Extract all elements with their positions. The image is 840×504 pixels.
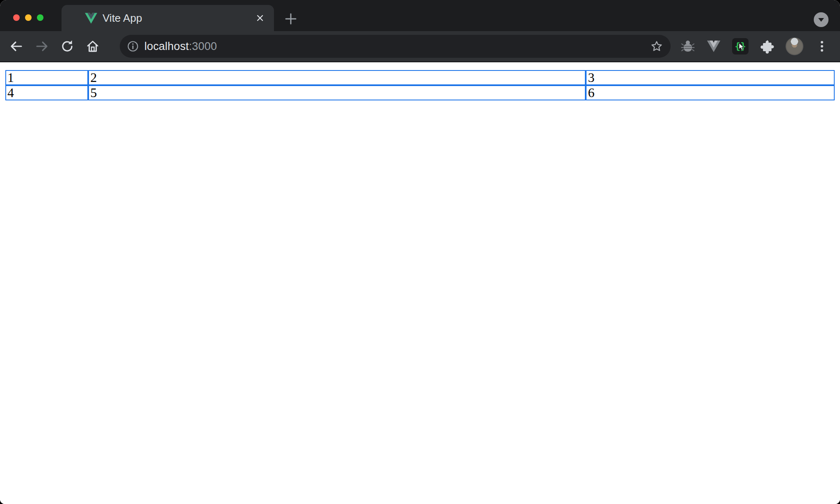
url-port: :3000 bbox=[189, 40, 217, 52]
reload-button[interactable] bbox=[57, 36, 77, 56]
site-info-icon[interactable] bbox=[127, 41, 139, 52]
home-button[interactable] bbox=[83, 36, 103, 56]
url-text: localhost:3000 bbox=[144, 40, 217, 53]
table-cell: 2 bbox=[88, 70, 586, 85]
window-controls bbox=[13, 14, 43, 21]
cursor-arrow-icon bbox=[738, 43, 745, 51]
bug-extension-icon[interactable] bbox=[680, 39, 695, 54]
tab-search-button[interactable] bbox=[814, 12, 829, 27]
address-bar[interactable]: localhost:3000 bbox=[120, 35, 671, 58]
table-row: 1 2 3 bbox=[5, 70, 835, 85]
table-cell: 6 bbox=[586, 85, 835, 100]
table-cell: 3 bbox=[586, 70, 835, 85]
json-braces-extension-icon[interactable]: { } bbox=[732, 38, 749, 54]
zoom-window-button[interactable] bbox=[37, 14, 43, 21]
number-table: 1 2 3 4 5 6 bbox=[5, 70, 835, 100]
browser-window: Vite App bbox=[0, 0, 840, 504]
tab-title: Vite App bbox=[103, 12, 142, 25]
minimize-window-button[interactable] bbox=[25, 14, 32, 21]
tab-close-icon[interactable] bbox=[255, 13, 265, 23]
page-content: 1 2 3 4 5 6 bbox=[0, 62, 840, 504]
table-cell: 1 bbox=[5, 70, 88, 85]
kebab-menu-icon[interactable] bbox=[815, 39, 829, 54]
extensions-area: { } bbox=[680, 37, 829, 55]
forward-button[interactable] bbox=[32, 36, 52, 56]
vue-devtools-icon[interactable] bbox=[706, 39, 721, 53]
url-host: localhost bbox=[144, 40, 189, 52]
close-window-button[interactable] bbox=[13, 14, 20, 21]
profile-avatar[interactable] bbox=[785, 37, 803, 55]
vue-logo-icon bbox=[85, 13, 97, 24]
extensions-puzzle-icon[interactable] bbox=[760, 39, 774, 54]
bookmark-star-icon[interactable] bbox=[648, 38, 665, 54]
table-row: 4 5 6 bbox=[5, 85, 835, 100]
tab-strip: Vite App bbox=[0, 0, 840, 31]
new-tab-button[interactable] bbox=[283, 11, 298, 26]
back-button[interactable] bbox=[7, 36, 26, 56]
table-cell: 5 bbox=[88, 85, 586, 100]
toolbar: localhost:3000 bbox=[0, 31, 840, 62]
tab-vite-app[interactable]: Vite App bbox=[62, 5, 274, 31]
table-cell: 4 bbox=[5, 85, 88, 100]
